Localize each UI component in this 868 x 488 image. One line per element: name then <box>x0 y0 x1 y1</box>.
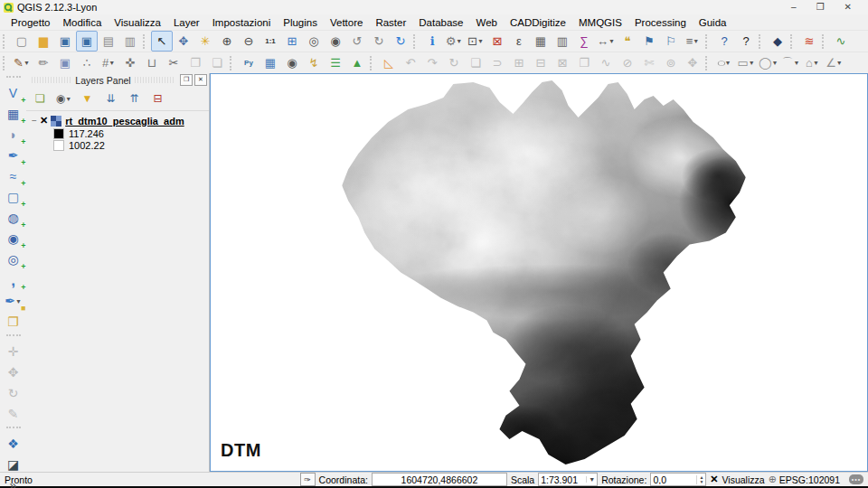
add-feature-button[interactable]: ∴ <box>76 52 98 73</box>
touch-pan-tool-button[interactable]: ↖ <box>151 31 173 52</box>
cad-angle-line-button[interactable]: ∠▼ <box>824 52 845 73</box>
dropdown-arrow-icon[interactable]: ▼ <box>813 57 819 69</box>
text-annotation-button[interactable]: ≡▼ <box>682 31 703 52</box>
menu-item-vettore[interactable]: Vettore <box>324 16 369 29</box>
dropdown-arrow-icon[interactable]: ▼ <box>794 57 800 69</box>
scale-input[interactable] <box>539 474 586 484</box>
open-attribute-table-button[interactable]: ▦ <box>530 31 552 52</box>
zoom-in-button[interactable]: ⊕ <box>216 31 238 52</box>
deselect-all-button[interactable]: ⊠ <box>486 31 508 52</box>
panel-close-button[interactable]: ✕ <box>194 74 207 86</box>
dropdown-arrow-icon[interactable]: ▼ <box>749 57 755 69</box>
dropdown-arrow-icon[interactable]: ▼ <box>772 57 778 69</box>
add-spatialite-layer-button[interactable]: ✒+ <box>1 145 26 166</box>
menu-item-caddigitize[interactable]: CADDigitize <box>504 16 572 29</box>
plugin-profile-tool-button[interactable]: ∿ <box>830 31 852 52</box>
menu-item-impostazioni[interactable]: Impostazioni <box>206 16 278 29</box>
menu-item-processing[interactable]: Processing <box>628 16 693 29</box>
toolbar-overflow-button[interactable]: » <box>1 475 26 488</box>
add-postgis-layer-button[interactable]: ◗+ <box>1 125 26 145</box>
add-vector-layer-button[interactable]: V+ <box>1 83 26 104</box>
refresh-map-button[interactable]: ↻ <box>390 31 411 52</box>
layer-expander[interactable]: − <box>30 116 39 126</box>
add-wfs-layer-button[interactable]: ◎+ <box>1 249 26 270</box>
copy-style-button[interactable]: ❐ <box>1 312 26 333</box>
save-project-as-button[interactable]: ▣ <box>76 31 98 52</box>
processing-map-button[interactable]: ❖ <box>1 434 26 455</box>
statistical-summary-button[interactable]: ∑ <box>573 31 595 52</box>
coordinate-input[interactable] <box>372 473 507 486</box>
cad-arc-button[interactable]: ⌒▼ <box>780 52 802 73</box>
dropdown-arrow-icon[interactable]: ▼ <box>24 57 30 69</box>
node-tool-button[interactable]: #▼ <box>98 52 119 73</box>
dropdown-arrow-icon[interactable]: ▼ <box>456 35 462 47</box>
cad-circle-button[interactable]: ◯▼ <box>757 52 780 73</box>
add-wms-layer-button[interactable]: ◍+ <box>1 208 26 229</box>
dropdown-arrow-icon[interactable]: ▼ <box>693 35 699 47</box>
menu-item-database[interactable]: Database <box>412 16 469 29</box>
menu-item-web[interactable]: Web <box>470 16 504 29</box>
new-shapefile-layer-button[interactable]: ✒■▼ <box>1 291 26 312</box>
add-wcs-layer-button[interactable]: ◉+ <box>1 229 26 249</box>
zoom-full-extent-button[interactable]: ⊞ <box>281 31 303 52</box>
dropdown-arrow-icon[interactable]: ▼ <box>836 57 843 69</box>
new-bookmark-button[interactable]: ⚑ <box>638 31 660 52</box>
scale-dropdown-icon[interactable]: ▼ <box>586 476 597 483</box>
add-group-button[interactable]: ❏ <box>29 89 52 108</box>
pan-map-button[interactable]: ✥ <box>173 31 194 52</box>
field-calculator-button[interactable]: ▥ <box>552 31 573 52</box>
zoom-out-button[interactable]: ⊖ <box>238 31 259 52</box>
expand-all-button[interactable]: ⇊ <box>99 89 122 108</box>
cut-features-button[interactable]: ✂ <box>163 52 184 73</box>
layer-visibility-checkbox[interactable]: ✕ <box>40 115 48 127</box>
pan-to-selection-button[interactable]: ✳ <box>194 31 216 52</box>
rotation-spinbox[interactable]: ▲▼ <box>650 473 706 486</box>
current-edits-button[interactable]: ✎▼ <box>11 52 33 73</box>
rotation-input[interactable] <box>651 474 696 484</box>
crs-status-button[interactable]: ⊕ EPSG:102091 <box>769 474 840 485</box>
composer-manager-button[interactable]: ▥ <box>119 31 141 52</box>
plugin-dem-button[interactable]: ▲ <box>346 52 368 73</box>
add-delimited-text-layer-button[interactable]: ,+ <box>1 270 26 291</box>
maximize-button[interactable]: ❐ <box>816 1 825 14</box>
menu-item-raster[interactable]: Raster <box>369 16 412 29</box>
plugin-board-button[interactable]: ◆ <box>767 31 788 52</box>
menu-item-guida[interactable]: Guida <box>693 16 733 29</box>
measure-ruler-button[interactable]: ◺ <box>378 52 400 73</box>
raster-preview-button[interactable]: ◪ <box>1 455 26 475</box>
plugin-gdal-button[interactable]: ↯ <box>303 52 325 73</box>
zoom-native-resolution-button[interactable]: 1:1 <box>259 31 281 52</box>
save-layer-edits-button[interactable]: ▣ <box>54 52 76 73</box>
close-button[interactable]: ✕ <box>844 1 852 14</box>
remove-layer-button[interactable]: ⊟ <box>146 89 169 108</box>
open-project-button[interactable]: ▆ <box>33 31 54 52</box>
map-tips-button[interactable]: ❝ <box>617 31 638 52</box>
cad-rectangle-button[interactable]: ▭▼ <box>735 52 757 73</box>
scale-combobox[interactable]: ▼ <box>538 473 598 486</box>
delete-selected-button[interactable]: ⊔ <box>141 52 163 73</box>
save-project-button[interactable]: ▣ <box>54 31 76 52</box>
zoom-to-layer-button[interactable]: ◎ <box>303 31 325 52</box>
dropdown-arrow-icon[interactable]: ▼ <box>609 35 615 47</box>
new-print-composer-button[interactable]: ▤ <box>98 31 119 52</box>
new-project-button[interactable]: ▢ <box>11 31 33 52</box>
rotation-spinner-icons[interactable]: ▲▼ <box>696 475 705 484</box>
cad-polygon-button[interactable]: ⌂▼ <box>802 52 824 73</box>
panel-float-button[interactable]: ❐ <box>180 74 193 86</box>
layer-row[interactable]: − ✕ rt_dtm10_pescaglia_adm <box>26 114 209 127</box>
minimize-button[interactable]: – <box>791 1 797 14</box>
manage-layer-visibility-button[interactable]: ◉▼ <box>52 89 75 108</box>
dropdown-arrow-icon[interactable]: ▼ <box>65 93 71 105</box>
zoom-next-button[interactable]: ↻ <box>368 31 390 52</box>
measure-tool-button[interactable]: ↔▼ <box>595 31 617 52</box>
add-raster-layer-button[interactable]: ▦+ <box>1 104 26 125</box>
map-canvas[interactable]: DTM <box>210 73 868 472</box>
dropdown-arrow-icon[interactable]: ▼ <box>477 35 484 47</box>
menu-item-mmqgis[interactable]: MMQGIS <box>572 16 628 29</box>
render-checkbox[interactable]: ✕ <box>710 474 718 485</box>
filter-legend-button[interactable]: ▼ <box>76 89 99 108</box>
select-by-expression-button[interactable]: ε <box>508 31 530 52</box>
add-mssql-layer-button[interactable]: ≈+ <box>1 166 26 187</box>
zoom-last-button[interactable]: ↺ <box>346 31 368 52</box>
help-contents-button[interactable]: ? <box>713 31 735 52</box>
